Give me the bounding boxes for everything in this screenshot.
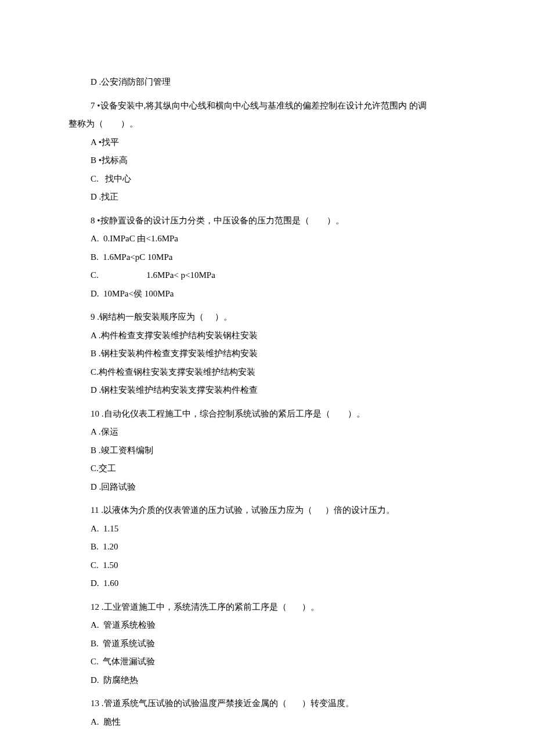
text-line: C. 找中心 [68, 172, 466, 186]
text-line: 11 .以液体为介质的仪表管道的压力试验，试验压力应为（ ）倍的设计压力。 [68, 504, 466, 517]
blank-line [68, 498, 466, 504]
text-line: C.构件检查钢柱安装支撑安装维护结构安装 [68, 366, 466, 379]
text-line: 9 .钢结构一般安装顺序应为（ ）。 [68, 310, 466, 324]
text-line: D .找正 [68, 190, 466, 204]
blank-line [68, 209, 466, 214]
text-line: A. 0.IMPaC 由<1.6MPa [68, 232, 466, 245]
blank-line [68, 692, 466, 697]
text-line: D .钢柱安装维护结构安装支撑安装构件检查 [68, 384, 466, 397]
text-line: 整称为（ ）。 [68, 117, 466, 131]
text-line: A .构件检查支撑安装维护结构安装钢柱安装 [68, 329, 466, 342]
text-line: A. 管道系统检验 [68, 618, 466, 632]
text-line: B •找标高 [68, 154, 466, 167]
text-line: D .公安消防部门管理 [68, 75, 466, 89]
text-line: C. 1.6MPa< p<10MPa [68, 269, 466, 282]
text-line: C. 气体泄漏试验 [68, 655, 466, 668]
text-line: D. 防腐绝热 [68, 674, 466, 687]
text-line: 13 .管道系统气压试验的试验温度严禁接近金属的（ ）转变温度。 [68, 697, 466, 710]
text-line: B. 管道系统试验 [68, 637, 466, 650]
text-line: C.交工 [68, 462, 466, 475]
text-line: 12 .工业管道施工中，系统清洗工序的紧前工序是（ ）。 [68, 601, 466, 614]
text-line: D. 1.60 [68, 577, 466, 590]
text-line: D .回路试验 [68, 480, 466, 494]
blank-line [68, 305, 466, 310]
text-line: B. 1.6MPa<pC 10MPa [68, 251, 466, 264]
document-page: D .公安消防部门管理7 •设备安装中,将其纵向中心线和横向中心线与基准线的偏差… [0, 0, 534, 756]
text-line: A. 1.15 [68, 522, 466, 536]
text-line: D. 10MPa<侯 100MPa [68, 287, 466, 301]
text-line: 10 .自动化仪表工程施工中，综合控制系统试验的紧后工序是（ ）。 [68, 407, 466, 421]
text-line: A. 脆性 [68, 715, 466, 729]
text-line: C. 1.50 [68, 559, 466, 572]
text-line: 7 •设备安装中,将其纵向中心线和横向中心线与基准线的偏差控制在设计允许范围内 … [68, 99, 466, 113]
blank-line [68, 94, 466, 99]
blank-line [68, 402, 466, 407]
text-line: 8 •按静置设备的设计压力分类，中压设备的压力范围是（ ）。 [68, 214, 466, 227]
text-line: A .保运 [68, 425, 466, 439]
text-line: B. 1.20 [68, 540, 466, 554]
text-line: B .竣工资料编制 [68, 444, 466, 457]
blank-line [68, 595, 466, 601]
text-line: B .钢柱安装构件检查支撑安装维护结构安装 [68, 347, 466, 360]
text-line: A •找平 [68, 136, 466, 149]
